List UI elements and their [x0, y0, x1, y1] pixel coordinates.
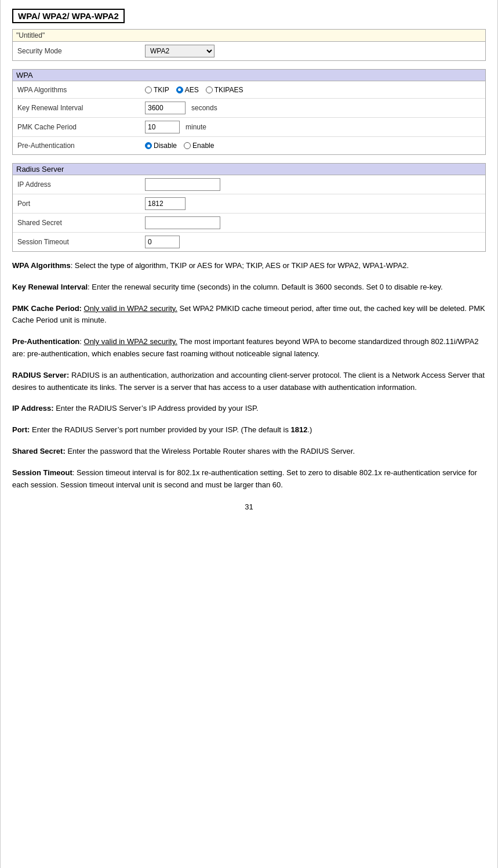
aes-label: AES [185, 86, 199, 94]
shared-secret-label: Shared Secret [17, 219, 145, 227]
desc-key-renewal-text: : Enter the renewal security time (secon… [88, 283, 443, 291]
tkipaes-radio-dot [206, 86, 213, 93]
session-timeout-label: Session Timeout [17, 238, 145, 246]
disable-label: Disable [154, 142, 177, 150]
radius-config-box: Radius Server IP Address Port Shared Sec… [12, 163, 486, 252]
main-config-box: "Untitled" Security Mode WPA2 [12, 29, 486, 61]
pmk-cache-unit: minute [186, 123, 206, 131]
desc-preauth-para: Pre-Authentication: Only valid in WPA2 s… [12, 336, 486, 360]
port-input[interactable] [145, 197, 186, 210]
pre-auth-group: Disable Enable [145, 142, 214, 150]
desc-preauth-title: Pre-Authentication [12, 337, 79, 346]
key-renewal-label: Key Renewal Interval [17, 104, 145, 112]
desc-pmk-para: PMK Cache Period: Only valid in WPA2 sec… [12, 303, 486, 327]
pre-auth-label: Pre-Authentication [17, 142, 145, 150]
desc-shared-text: Enter the password that the Wireless Por… [66, 447, 355, 455]
desc-session-title: Session Timeout [12, 468, 72, 477]
desc-key-renewal-title: Key Renewal Interval [12, 283, 88, 291]
desc-preauth-colon: : [79, 337, 83, 346]
tkipaes-radio-item[interactable]: TKIPAES [206, 86, 243, 94]
disable-radio-dot [145, 142, 152, 149]
key-renewal-input[interactable] [145, 102, 186, 114]
desc-ip-text: Enter the RADIUS Server’s IP Address pro… [54, 404, 259, 413]
desc-port-text: Enter the RADIUS Server’s port number pr… [30, 425, 290, 434]
desc-session-colon: : [72, 468, 77, 477]
desc-radius-text: RADIUS is an authentication, authorizati… [12, 371, 485, 392]
radius-section-header: Radius Server [13, 164, 485, 175]
pmk-cache-input[interactable] [145, 121, 180, 133]
key-renewal-unit: seconds [191, 104, 217, 112]
desc-key-renewal-para: Key Renewal Interval: Enter the renewal … [12, 281, 486, 294]
page-wrapper: WPA/ WPA2/ WPA-WPA2 "Untitled" Security … [0, 0, 498, 868]
port-label: Port [17, 200, 145, 208]
key-renewal-value: seconds [145, 102, 217, 114]
desc-radius-title: RADIUS Server: [12, 371, 69, 379]
desc-preauth-underline: Only valid in WPA2 security. [84, 337, 177, 346]
ip-address-row: IP Address [13, 175, 485, 194]
ip-address-label: IP Address [17, 180, 145, 189]
wpa-algorithms-label: WPA Algorithms [17, 86, 145, 94]
key-renewal-row: Key Renewal Interval seconds [13, 99, 485, 118]
desc-port-end: .) [307, 425, 312, 434]
disable-radio-item[interactable]: Disable [145, 142, 177, 150]
tkip-radio-item[interactable]: TKIP [145, 86, 169, 94]
enable-label: Enable [192, 142, 214, 150]
pmk-cache-label: PMK Cache Period [17, 123, 145, 131]
desc-radius-para: RADIUS Server: RADIUS is an authenticati… [12, 370, 486, 394]
desc-port-title: Port: [12, 425, 30, 434]
shared-secret-input[interactable] [145, 216, 220, 229]
port-row: Port [13, 194, 485, 214]
desc-wpa-algorithms-title: WPA Algorithms [12, 261, 71, 270]
wpa-algorithms-group: TKIP AES TKIPAES [145, 86, 243, 94]
description-section: WPA Algorithms: Select the type of algor… [12, 260, 486, 491]
security-mode-row: Security Mode WPA2 [13, 42, 485, 60]
section-title: WPA/ WPA2/ WPA-WPA2 [12, 9, 125, 23]
shared-secret-value [145, 216, 220, 229]
aes-radio-dot [176, 86, 183, 93]
desc-session-para: Session Timeout: Session timeout interva… [12, 467, 486, 491]
tkipaes-label: TKIPAES [215, 86, 243, 94]
desc-pmk-title: PMK Cache Period: [12, 304, 82, 313]
enable-radio-dot [184, 142, 191, 149]
port-value [145, 197, 186, 210]
desc-wpa-algorithms-text: : Select the type of algorithm, TKIP or … [71, 261, 409, 270]
desc-port-para: Port: Enter the RADIUS Server’s port num… [12, 424, 486, 436]
pre-auth-row: Pre-Authentication Disable Enable [13, 137, 485, 154]
desc-pmk-text: Set WPA2 PMKID cache timeout period, aft… [12, 304, 485, 325]
desc-wpa-algorithms-para: WPA Algorithms: Select the type of algor… [12, 260, 486, 272]
wpa-section-header: WPA [13, 70, 485, 81]
session-timeout-row: Session Timeout [13, 233, 485, 251]
desc-port-bold: 1812 [291, 425, 308, 434]
desc-pmk-underline: Only valid in WPA2 security. [84, 304, 177, 313]
ip-address-value [145, 178, 220, 191]
wpa-config-box: WPA WPA Algorithms TKIP AES TKIPAES [12, 69, 486, 155]
pmk-cache-row: PMK Cache Period minute [13, 118, 485, 137]
desc-session-text: Session timeout interval is for 802.1x r… [12, 468, 477, 489]
untitled-row: "Untitled" [13, 30, 485, 42]
wpa-algorithms-row: WPA Algorithms TKIP AES TKIPAES [13, 81, 485, 99]
session-timeout-input[interactable] [145, 236, 180, 248]
pmk-cache-value: minute [145, 121, 206, 133]
security-mode-select[interactable]: WPA2 [145, 45, 215, 57]
security-mode-label: Security Mode [17, 47, 145, 55]
tkip-label: TKIP [154, 86, 169, 94]
enable-radio-item[interactable]: Enable [184, 142, 214, 150]
desc-shared-title: Shared Secret: [12, 447, 66, 455]
desc-shared-para: Shared Secret: Enter the password that t… [12, 446, 486, 458]
desc-ip-para: IP Address: Enter the RADIUS Server’s IP… [12, 403, 486, 415]
ip-address-input[interactable] [145, 178, 220, 191]
desc-ip-title: IP Address: [12, 404, 54, 413]
page-number: 31 [12, 502, 486, 511]
shared-secret-row: Shared Secret [13, 214, 485, 233]
security-mode-value: WPA2 [145, 45, 215, 57]
tkip-radio-dot [145, 86, 152, 93]
session-timeout-value [145, 236, 180, 248]
aes-radio-item[interactable]: AES [176, 86, 199, 94]
